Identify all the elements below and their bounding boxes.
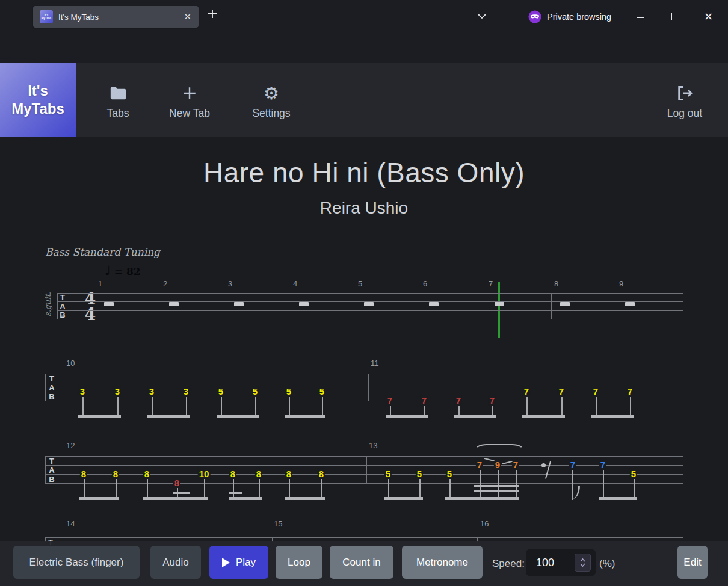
song-title: Hare no Hi ni (Bass Only) [0,156,728,189]
fret-number[interactable]: 5 [217,386,224,396]
barline [45,374,46,401]
fret-number[interactable]: 5 [416,469,423,479]
note-stem [572,470,573,500]
fret-number[interactable]: 7 [476,460,483,470]
fret-number[interactable]: 7 [421,395,428,406]
note-stem [458,406,460,418]
fret-number[interactable]: 3 [114,386,121,396]
measure-number: 3 [228,279,232,288]
speed-stepper[interactable] [575,554,591,572]
fret-number[interactable]: 7 [599,460,606,470]
measure-number: 10 [66,359,75,368]
slur-arc [474,444,525,457]
note-stem [596,397,597,418]
fret-number[interactable]: 7 [569,460,576,470]
nav-item-settings[interactable]: ⚙ Settings [248,84,294,120]
staff-line [57,310,683,311]
measure-number: 11 [371,359,379,368]
fret-number[interactable]: 5 [251,386,259,396]
barline [57,293,58,319]
fret-number[interactable]: 3 [148,386,155,396]
measure-number: 9 [619,279,623,288]
nav-item-logout[interactable]: Log out [664,84,706,120]
measure-number: 7 [489,279,493,288]
speed-input[interactable]: 100 [526,549,596,576]
fret-number[interactable]: 8 [318,469,325,479]
metronome-button[interactable]: Metronome [402,546,483,579]
barline [368,374,369,401]
string-letter: T [49,374,54,383]
staff-line [45,392,683,392]
app-logo[interactable]: It'sMyTabs [0,63,76,137]
play-button[interactable]: Play [209,546,268,579]
window-minimize-button[interactable] [637,17,644,18]
window-maximize-button[interactable] [671,13,679,20]
string-letter: T [49,456,54,465]
string-letter: B [49,392,54,401]
nav-item-tabs[interactable]: Tabs [101,84,135,120]
fret-number[interactable]: 9 [494,460,501,470]
track-label: s.guit. [43,283,52,325]
quarter-note-icon: ♩ [105,264,111,278]
measure-number: 15 [274,519,282,528]
barline [682,374,682,401]
nav-item-new-tab[interactable]: New Tab [165,84,214,120]
audio-button[interactable]: Audio [150,546,201,579]
fret-number[interactable]: 5 [384,469,392,479]
note-stem [233,479,234,500]
barline [682,293,682,319]
fret-number[interactable]: 7 [455,395,462,406]
tab-list-chevron-down-icon[interactable] [477,12,487,20]
staff-line [57,319,683,319]
gear-icon: ⚙ [264,84,279,102]
fret-number[interactable]: 5 [630,469,637,479]
beam [285,415,325,418]
staff-line [57,301,683,302]
beam [285,497,325,500]
staff-line [45,383,683,383]
fret-number[interactable]: 7 [512,460,519,470]
fret-number[interactable]: 5 [285,386,292,396]
fret-number[interactable]: 3 [182,386,190,396]
fret-number[interactable]: 5 [318,386,325,396]
folder-icon [110,84,127,102]
fret-number[interactable]: 8 [229,469,236,479]
whole-rest [625,302,635,306]
fret-number[interactable]: 3 [79,386,86,396]
window-close-button[interactable]: ✕ [704,11,713,23]
fret-number[interactable]: 8 [255,469,262,479]
fret-number[interactable]: 5 [446,469,453,479]
fret-number[interactable]: 7 [626,386,634,396]
fret-number[interactable]: 8 [143,469,150,479]
new-tab-icon[interactable] [207,8,218,19]
barline [366,456,367,484]
fret-number[interactable]: 8 [173,478,180,488]
fret-number[interactable]: 7 [592,386,599,396]
fret-number[interactable]: 7 [523,386,530,396]
fret-number[interactable]: 10 [198,469,211,479]
tab-close-icon[interactable]: ✕ [184,11,191,22]
note-stem [152,397,153,418]
fret-number[interactable]: 7 [558,386,565,396]
browser-tab[interactable]: It'sMyTabs It's MyTabs ✕ [33,6,199,28]
fret-number[interactable]: 8 [112,469,119,479]
browser-tab-title: It's MyTabs [58,13,184,22]
count-in-button[interactable]: Count in [330,546,393,579]
barline [486,293,486,319]
fret-number[interactable]: 8 [80,469,87,479]
fret-number[interactable]: 7 [386,395,393,406]
measure-number: 12 [66,441,75,450]
beam [454,415,496,418]
tie-line [502,461,513,464]
app-header: It'sMyTabs Tabs New Tab ⚙ Settings Log o… [0,63,728,137]
fret-number[interactable]: 7 [489,395,496,406]
edit-button[interactable]: Edit [677,546,708,579]
fret-number[interactable]: 8 [285,469,292,479]
loop-button[interactable]: Loop [276,546,322,579]
string-letter: A [49,465,54,474]
whole-rest [429,302,439,306]
instrument-button[interactable]: Electric Bass (finger) [13,546,140,579]
barline [421,293,421,319]
note-stem [147,479,148,500]
staff-line [57,293,683,294]
